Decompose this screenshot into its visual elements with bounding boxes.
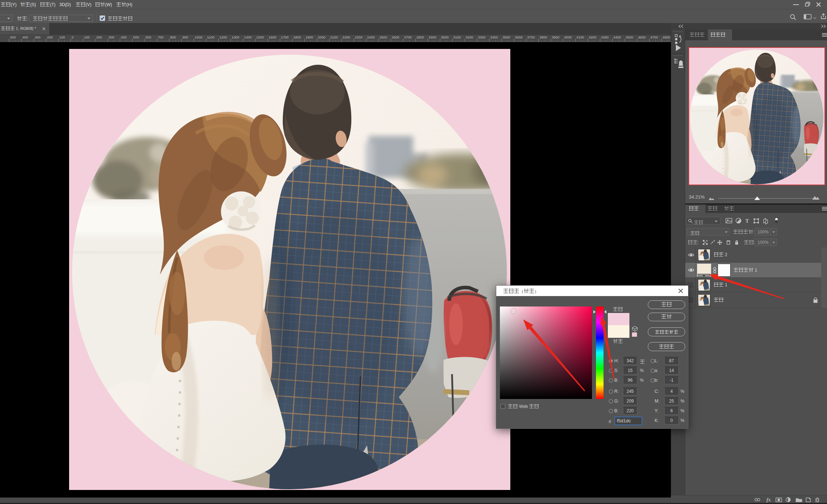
svg-text:4500: 4500 xyxy=(626,35,633,39)
svg-text:4700: 4700 xyxy=(650,35,658,39)
svg-text:2800: 2800 xyxy=(416,35,424,39)
svg-text:3400: 3400 xyxy=(490,35,498,39)
svg-text:fx: fx xyxy=(767,497,771,503)
svg-text:2700: 2700 xyxy=(404,35,412,39)
svg-text:200: 200 xyxy=(96,35,102,39)
svg-text:1200: 1200 xyxy=(220,35,227,39)
svg-text:3900: 3900 xyxy=(552,35,559,39)
svg-text:400: 400 xyxy=(22,35,28,39)
svg-text:1700: 1700 xyxy=(281,35,289,39)
svg-text:500: 500 xyxy=(10,35,16,39)
svg-text:1500: 1500 xyxy=(256,35,264,39)
svg-text:3200: 3200 xyxy=(466,35,473,39)
svg-text:2400: 2400 xyxy=(367,35,375,39)
svg-text:100: 100 xyxy=(84,35,90,39)
svg-text:3300: 3300 xyxy=(478,35,485,39)
svg-text:1300: 1300 xyxy=(232,35,239,39)
svg-text:3500: 3500 xyxy=(502,35,510,39)
svg-text:200: 200 xyxy=(47,35,53,39)
svg-text:800: 800 xyxy=(170,35,176,39)
svg-text:100: 100 xyxy=(59,35,65,39)
svg-text:0: 0 xyxy=(72,35,73,39)
svg-text:400: 400 xyxy=(121,35,127,39)
svg-text:1800: 1800 xyxy=(293,35,301,39)
svg-text:2000: 2000 xyxy=(318,35,325,39)
svg-text:900: 900 xyxy=(182,35,188,39)
svg-text:2900: 2900 xyxy=(429,35,436,39)
svg-text:3700: 3700 xyxy=(527,35,535,39)
svg-text:2100: 2100 xyxy=(330,35,338,39)
svg-text:2300: 2300 xyxy=(355,35,362,39)
svg-text:4100: 4100 xyxy=(577,35,584,39)
svg-text:300: 300 xyxy=(35,35,40,39)
svg-text:4300: 4300 xyxy=(601,35,609,39)
svg-text:2500: 2500 xyxy=(379,35,387,39)
svg-text:3800: 3800 xyxy=(539,35,547,39)
svg-text:600: 600 xyxy=(145,35,151,39)
svg-text:2200: 2200 xyxy=(343,35,350,39)
svg-text:1600: 1600 xyxy=(268,35,276,39)
svg-text:4600: 4600 xyxy=(638,35,646,39)
svg-text:1000: 1000 xyxy=(195,35,202,39)
svg-text:500: 500 xyxy=(133,35,139,39)
svg-text:3100: 3100 xyxy=(453,35,461,39)
svg-text:4200: 4200 xyxy=(589,35,596,39)
svg-text:4000: 4000 xyxy=(564,35,571,39)
svg-text:3600: 3600 xyxy=(515,35,523,39)
svg-text:4800: 4800 xyxy=(663,35,670,39)
svg-text:3000: 3000 xyxy=(441,35,448,39)
svg-text:T: T xyxy=(745,218,749,224)
svg-text:300: 300 xyxy=(109,35,114,39)
svg-text:1400: 1400 xyxy=(244,35,252,39)
svg-text:2600: 2600 xyxy=(392,35,399,39)
svg-text:4400: 4400 xyxy=(613,35,621,39)
svg-text:1900: 1900 xyxy=(306,35,313,39)
svg-text:700: 700 xyxy=(158,35,164,39)
svg-text:1100: 1100 xyxy=(207,35,214,39)
